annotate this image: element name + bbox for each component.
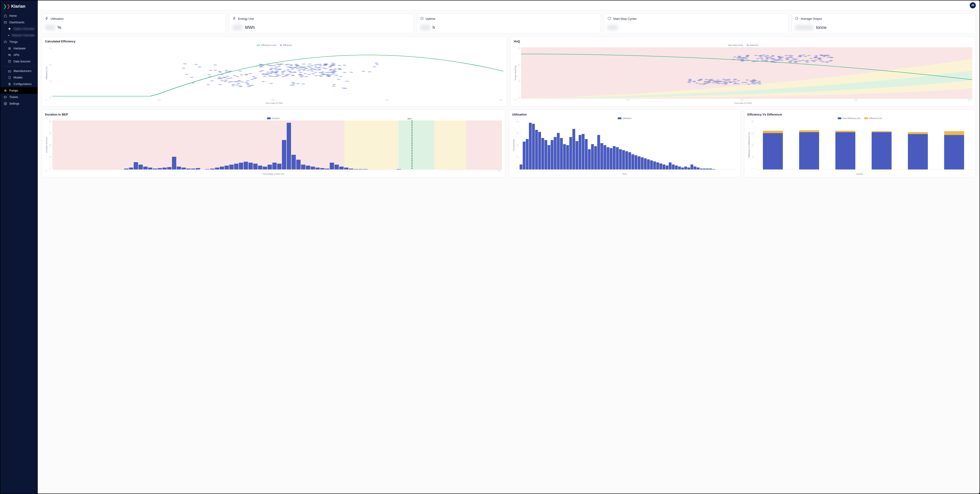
sidebar-item-pumps[interactable]: Pumps: [0, 87, 38, 94]
svg-point-19: [210, 80, 214, 81]
svg-point-10: [5, 91, 6, 91]
kpi-label: Uptime: [426, 17, 435, 21]
svg-point-69: [286, 69, 290, 70]
svg-point-345: [737, 80, 740, 81]
svg-rect-650: [799, 132, 819, 170]
legend-label: HvQ Curve: [733, 44, 743, 46]
svg-rect-530: [282, 140, 286, 170]
svg-point-457: [741, 82, 745, 83]
svg-point-382: [830, 57, 834, 58]
svg-point-259: [325, 64, 328, 65]
kpi-label: Energy Use: [238, 17, 254, 21]
legend-label: Peak Efficiency (%): [842, 117, 861, 119]
svg-rect-520: [234, 164, 239, 170]
svg-rect-648: [763, 133, 783, 170]
svg-rect-600: [591, 144, 594, 170]
chart-title: Efficiency Vs Difference: [748, 113, 972, 116]
svg-rect-2: [9, 48, 11, 49]
chart-plot[interactable]: [520, 121, 737, 170]
x-axis-label: Percentage of BEP (%): [45, 173, 502, 175]
chart-legend: HvQ Curve Head (m): [514, 44, 972, 46]
chart-plot[interactable]: BEP: [52, 121, 502, 170]
sidebar-item-apis[interactable]: APIs: [0, 52, 38, 58]
svg-point-405: [702, 84, 705, 85]
svg-rect-620: [653, 161, 656, 170]
sidebar-item-label: Manufacturers: [14, 70, 32, 73]
svg-point-132: [232, 84, 235, 85]
svg-point-214: [328, 72, 331, 73]
svg-rect-526: [263, 167, 267, 170]
chart-plot[interactable]: [52, 47, 504, 99]
svg-point-409: [789, 62, 792, 63]
svg-point-268: [331, 71, 334, 72]
svg-point-272: [299, 74, 303, 75]
sidebar-item-dashboards[interactable]: Dashboards: [0, 19, 38, 25]
sidebar-item-hardware[interactable]: Hardware: [0, 45, 38, 52]
legend-label: Efficiency Curve: [261, 44, 276, 46]
kpi-uptime: Uptime h: [417, 14, 601, 33]
svg-point-102: [345, 81, 348, 82]
svg-point-211: [229, 71, 232, 72]
svg-rect-501: [143, 167, 148, 170]
svg-point-152: [290, 72, 293, 73]
output-icon: [795, 16, 799, 21]
svg-point-333: [819, 60, 822, 62]
legend-swatch-bar-icon: [864, 118, 868, 119]
svg-point-367: [801, 60, 805, 61]
sidebar-item-home[interactable]: Home: [0, 13, 38, 19]
svg-point-162: [290, 65, 293, 66]
svg-point-151: [314, 72, 317, 73]
svg-point-219: [239, 71, 242, 72]
sidebar-item-dashboard-favourite-2[interactable]: Network Overview: [0, 32, 38, 39]
avatar[interactable]: JR: [970, 2, 976, 8]
svg-point-142: [226, 76, 229, 77]
sidebar-item-data-sources[interactable]: Data Sources: [0, 58, 38, 65]
chart-plot[interactable]: [521, 47, 972, 99]
sidebar-item-things[interactable]: Things: [0, 39, 38, 45]
legend-label: Duration: [272, 117, 280, 119]
content: Utilisation % Energy Use MWh Uptime: [38, 10, 980, 494]
svg-rect-0: [4, 22, 7, 24]
legend-swatch-line-icon: [728, 45, 732, 45]
settings-icon: [4, 102, 7, 105]
chart-legend: Peak Efficiency (%) Difference (%): [748, 117, 972, 119]
chart-plot[interactable]: [755, 121, 972, 170]
svg-rect-479: [434, 121, 466, 170]
svg-point-167: [246, 83, 250, 84]
sidebar-item-label: Data Sources: [14, 60, 30, 63]
y-axis-label: Pump Head (m): [514, 47, 517, 99]
sidebar-item-dashboard-favourite-1[interactable]: Station Overview: [0, 25, 38, 32]
svg-point-330: [745, 79, 749, 81]
sidebar-item-label: Home: [9, 14, 17, 17]
sidebar-item-configurations[interactable]: Configurations: [0, 81, 38, 87]
svg-point-410: [814, 60, 818, 61]
kpi-label: Start-Stop Cycles: [613, 17, 636, 21]
svg-point-148: [244, 82, 248, 83]
svg-point-315: [784, 55, 788, 56]
svg-point-415: [809, 58, 813, 59]
sidebar-item-settings[interactable]: Settings: [0, 100, 38, 107]
svg-point-424: [740, 60, 744, 61]
svg-point-422: [760, 59, 764, 60]
svg-point-303: [821, 61, 825, 62]
svg-point-391: [807, 55, 811, 56]
svg-rect-582: [535, 130, 538, 170]
svg-point-248: [329, 69, 333, 70]
svg-point-301: [759, 57, 763, 59]
kpi-avg-output: Average Output tonne: [792, 14, 976, 33]
kpi-start-stop: Start-Stop Cycles: [604, 14, 788, 33]
kpi-value-blurred: [795, 25, 814, 30]
svg-point-390: [745, 56, 748, 57]
svg-rect-604: [603, 145, 606, 170]
sidebar-item-tickets[interactable]: Tickets: [0, 94, 38, 100]
svg-point-475: [759, 56, 763, 57]
svg-rect-518: [224, 165, 229, 170]
svg-point-183: [274, 72, 278, 73]
svg-point-380: [687, 81, 691, 82]
svg-point-385: [699, 79, 703, 80]
sidebar-item-manufacturers[interactable]: Manufacturers: [0, 68, 38, 74]
svg-point-178: [332, 72, 335, 73]
svg-point-29: [233, 75, 236, 76]
sidebar-item-models[interactable]: Models: [0, 74, 38, 81]
svg-point-463: [707, 81, 711, 82]
